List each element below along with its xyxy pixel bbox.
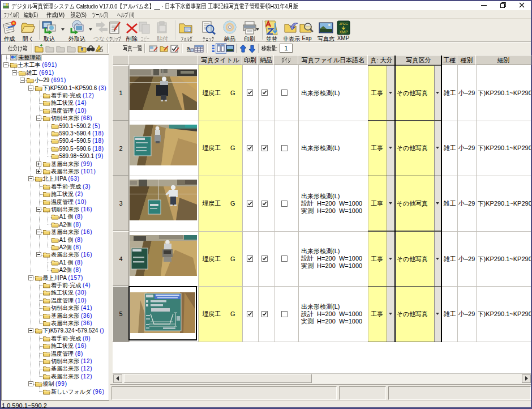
svg-text:XMP: XMP — [339, 30, 348, 34]
svg-text:JPEG: JPEG — [339, 22, 348, 25]
svg-text:a: a — [187, 45, 190, 52]
